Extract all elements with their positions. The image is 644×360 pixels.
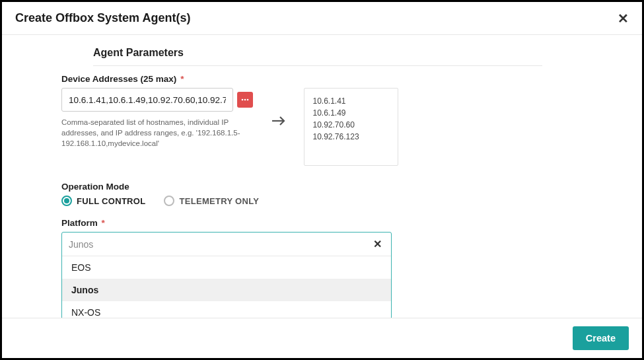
svg-point-2 [247, 99, 249, 101]
preview-item: 10.6.1.41 [312, 95, 390, 107]
platform-search-input[interactable] [69, 239, 371, 250]
preview-item: 10.6.1.49 [312, 107, 390, 119]
svg-point-0 [242, 99, 244, 101]
platform-options-list: EOS Junos NX-OS [62, 256, 391, 318]
modal-body-scroll[interactable]: Agent Parameters Device Addresses (25 ma… [2, 35, 642, 318]
platform-option-junos[interactable]: Junos [62, 279, 391, 301]
device-addresses-row: Comma-separated list of hostnames, indiv… [61, 88, 398, 166]
radio-label: FULL CONTROL [77, 196, 145, 206]
modal-dialog: Create Offbox System Agent(s) ✕ Agent Pa… [0, 0, 644, 360]
section-agent-parameters: Agent Parameters [93, 42, 542, 66]
radio-icon [164, 196, 174, 206]
modal-header: Create Offbox System Agent(s) ✕ [2, 2, 642, 35]
create-button[interactable]: Create [573, 326, 629, 350]
device-addresses-input[interactable] [61, 88, 233, 112]
expand-icon[interactable] [237, 92, 253, 108]
arrow-right-icon [270, 88, 287, 127]
preview-item: 10.92.70.60 [312, 119, 390, 131]
platform-option-eos[interactable]: EOS [62, 256, 391, 279]
device-addresses-label: Device Addresses (25 max) * [61, 74, 398, 84]
radio-telemetry-only[interactable]: TELEMETRY ONLY [164, 196, 259, 206]
device-addresses-help: Comma-separated list of hostnames, indiv… [61, 117, 253, 149]
radio-full-control[interactable]: FULL CONTROL [61, 196, 145, 206]
required-mark: * [102, 218, 105, 228]
close-icon[interactable]: ✕ [618, 12, 629, 25]
device-addresses-preview: 10.6.1.41 10.6.1.49 10.92.70.60 10.92.76… [304, 88, 398, 166]
required-mark: * [180, 74, 184, 84]
operation-mode-group: FULL CONTROL TELEMETRY ONLY [61, 196, 398, 206]
radio-label: TELEMETRY ONLY [179, 196, 259, 206]
svg-point-1 [244, 99, 246, 101]
modal-footer: Create [2, 318, 642, 358]
platform-label: Platform * [61, 218, 398, 228]
section-title: Agent Parameters [93, 42, 542, 64]
operation-mode-label: Operation Mode [61, 182, 398, 192]
modal-title: Create Offbox System Agent(s) [15, 11, 190, 25]
preview-item: 10.92.76.123 [312, 131, 390, 143]
radio-icon [61, 196, 72, 206]
platform-option-nxos[interactable]: NX-OS [62, 301, 391, 318]
platform-combobox[interactable]: ✕ EOS Junos NX-OS [61, 232, 392, 318]
clear-icon[interactable]: ✕ [371, 238, 384, 250]
